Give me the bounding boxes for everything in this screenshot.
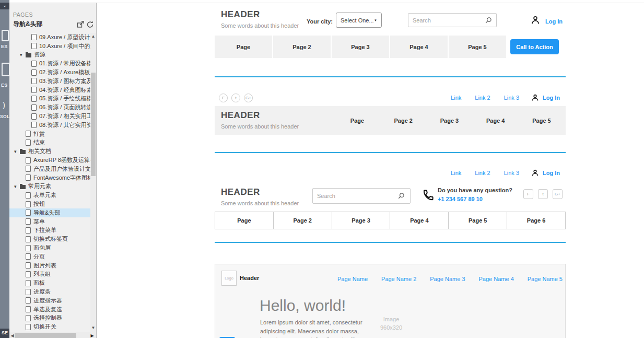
- nav-item[interactable]: Page 2: [274, 212, 332, 229]
- nav-item[interactable]: Page 5: [449, 36, 506, 58]
- tree-item[interactable]: 菜单: [9, 217, 90, 226]
- nav-item[interactable]: Page: [215, 212, 274, 229]
- link-1[interactable]: Link: [451, 95, 461, 101]
- phone-number-link[interactable]: +1 234 567 89 10: [438, 196, 483, 202]
- tree-item[interactable]: 图片列表: [9, 261, 90, 270]
- search-input[interactable]: [408, 17, 485, 24]
- link-1[interactable]: Link: [451, 170, 461, 176]
- panel-options-icon[interactable]: [86, 20, 94, 28]
- search-input[interactable]: [313, 193, 397, 199]
- login-link-1[interactable]: Log In: [545, 18, 563, 25]
- tree-item[interactable]: 02.资源 / Axure模板及元件: [9, 68, 90, 77]
- facebook-icon[interactable]: F: [523, 189, 533, 199]
- tree-item[interactable]: 下拉菜单: [9, 226, 90, 235]
- link-2[interactable]: Link 2: [475, 170, 490, 176]
- tree-item[interactable]: 09.Axure / 原型设计经验总: [9, 33, 90, 42]
- nav-item[interactable]: Page 2: [382, 118, 424, 124]
- nav-item[interactable]: Page 4: [475, 118, 517, 124]
- nav-item[interactable]: Page 4: [390, 212, 449, 229]
- tree-item[interactable]: FontAwesome字体图标: [9, 173, 90, 182]
- tree-item[interactable]: 列表组: [9, 270, 90, 279]
- nav-item[interactable]: Page 2: [273, 36, 331, 58]
- vertical-scrollbar[interactable]: ▲ ▼: [90, 33, 96, 332]
- nav-item[interactable]: Page: [336, 118, 378, 124]
- add-page-icon[interactable]: [77, 20, 85, 28]
- twitter-icon[interactable]: t: [538, 189, 548, 199]
- scroll-down-arrow[interactable]: ▼: [90, 325, 96, 331]
- nav-item[interactable]: Page 5: [449, 212, 507, 229]
- link-3[interactable]: Link 3: [504, 95, 519, 101]
- nav-item[interactable]: Page Name 3: [430, 276, 465, 282]
- nav-item[interactable]: Page 3: [332, 36, 389, 58]
- page-icon: [31, 78, 37, 84]
- tree-item[interactable]: 01.资源 / 常用设备模板推荐: [9, 59, 90, 68]
- nav-item[interactable]: Page Name 2: [381, 276, 416, 282]
- scroll-up-arrow[interactable]: ▲: [90, 34, 96, 39]
- login-link-3[interactable]: Log In: [543, 170, 560, 176]
- folder-expand-arrow[interactable]: ▾: [14, 184, 20, 189]
- tree-item[interactable]: 表单元素: [9, 191, 90, 200]
- tree-item[interactable]: 面板: [9, 278, 90, 287]
- tree-item[interactable]: 产品及用户体验设计文章整理: [9, 165, 90, 173]
- tree-item[interactable]: 结束: [9, 138, 90, 147]
- nav-item[interactable]: Page 6: [507, 212, 566, 229]
- nav-item[interactable]: Page 3: [332, 212, 391, 229]
- twitter-icon[interactable]: t: [231, 94, 240, 102]
- nav-item[interactable]: Page Name: [337, 276, 368, 282]
- tree-item[interactable]: 分页: [9, 252, 90, 261]
- tree-item[interactable]: 切换式标签页: [9, 235, 90, 243]
- folder-expand-arrow[interactable]: ▾: [20, 52, 26, 57]
- masters-panel-icon[interactable]: [2, 63, 10, 76]
- user-icon[interactable]: [531, 16, 540, 25]
- tree-item[interactable]: 进度条: [9, 287, 90, 296]
- tree-item[interactable]: ▾资源: [9, 51, 90, 60]
- tree-item[interactable]: 10.Axure / 项目中的注意事: [9, 42, 90, 51]
- horizontal-scroll-thumb[interactable]: [15, 333, 76, 338]
- tree-item[interactable]: AxureRP 8函数及运算符说明: [9, 156, 90, 165]
- tree-item-label: 切换开关: [33, 323, 56, 331]
- pages-panel-icon[interactable]: [2, 30, 9, 41]
- nav-item[interactable]: Page 5: [521, 118, 563, 124]
- vertical-scroll-thumb[interactable]: [91, 73, 96, 176]
- folder-expand-arrow[interactable]: ▾: [14, 149, 20, 154]
- tree-item[interactable]: 按钮: [9, 200, 90, 208]
- city-select[interactable]: Select One... ▼: [336, 13, 382, 28]
- tree-item[interactable]: 选择控制器: [9, 314, 90, 323]
- tree-item[interactable]: 切换开关: [9, 322, 90, 331]
- tree-item[interactable]: 04.资源 / 经典图标素材下载: [9, 86, 90, 95]
- user-icon[interactable]: [532, 94, 538, 101]
- tree-item[interactable]: 单选及复选: [9, 305, 90, 314]
- tree-item[interactable]: 03.资源 / 图标方案及图标库: [9, 77, 90, 86]
- rail-top-tab[interactable]: ⌄: [0, 3, 9, 9]
- search-icon[interactable]: [485, 17, 492, 24]
- tree-item[interactable]: ▾常用元素: [9, 182, 90, 191]
- facebook-icon[interactable]: F: [219, 94, 228, 102]
- tree-item[interactable]: 进度指示器: [9, 296, 90, 305]
- page-icon: [31, 96, 37, 102]
- tree-item[interactable]: 06.资源 / 页面跳转流程素材: [9, 103, 90, 112]
- horizontal-scrollbar[interactable]: ◀ ▶: [9, 332, 96, 338]
- page-icon: [26, 271, 31, 277]
- call-to-action-button[interactable]: Call to Action: [510, 39, 559, 54]
- googleplus-icon[interactable]: G+: [244, 94, 253, 102]
- tree-item[interactable]: 07.资源 / 相关实用工具推荐: [9, 112, 90, 121]
- tree-item[interactable]: 05.资源 / 手绘线框模板素材: [9, 95, 90, 103]
- tree-item[interactable]: 导航&头部: [9, 208, 90, 217]
- nav-item[interactable]: Page Name 5: [528, 276, 563, 282]
- nav-item[interactable]: Page Name 4: [478, 276, 513, 282]
- tree-item[interactable]: ▾相关文档: [9, 147, 90, 156]
- user-icon[interactable]: [532, 169, 538, 177]
- link-3[interactable]: Link 3: [504, 170, 519, 176]
- nav-item[interactable]: Page 4: [390, 36, 448, 58]
- tree-item[interactable]: 08.资源 / 其它实用资料整理: [9, 121, 90, 130]
- search-icon[interactable]: [397, 192, 405, 200]
- login-link-2[interactable]: Log In: [543, 95, 560, 101]
- nav-item[interactable]: Page: [215, 36, 272, 58]
- nav-item[interactable]: Page 3: [429, 118, 471, 124]
- tree-item[interactable]: 面包屑: [9, 243, 90, 252]
- tree-item[interactable]: 打赏: [9, 130, 90, 138]
- googleplus-icon[interactable]: G+: [553, 189, 563, 199]
- scroll-right-arrow[interactable]: ▶: [89, 333, 95, 338]
- rail-bottom-tab[interactable]: SE: [0, 329, 9, 338]
- link-2[interactable]: Link 2: [475, 95, 490, 101]
